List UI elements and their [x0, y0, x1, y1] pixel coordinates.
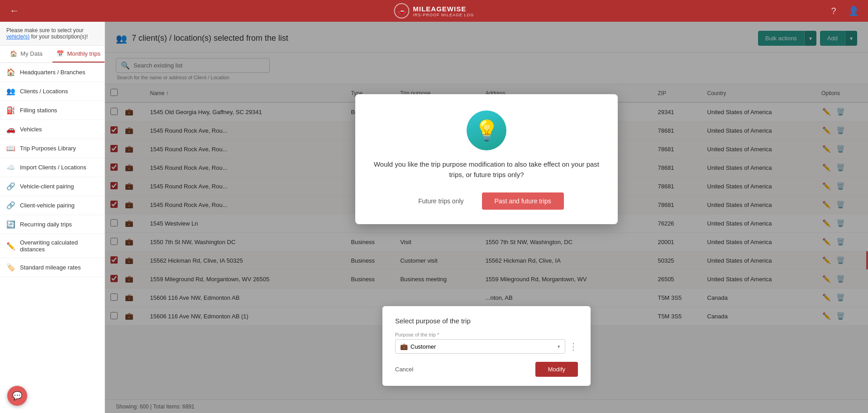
past-and-future-button[interactable]: Past and future trips: [482, 192, 564, 210]
tab-monthly-trips[interactable]: 📅 Monthly trips: [52, 46, 105, 62]
logo-icon: 🚗: [394, 3, 409, 19]
sidebar-item-clients[interactable]: 👥 Clients / Locations: [0, 82, 105, 101]
sidebar-item-headquarters[interactable]: 🏠 Headquarters / Branches: [0, 63, 105, 82]
sidebar-item-standard-mileage[interactable]: 🏷️ Standard mileage rates: [0, 258, 105, 277]
logo: 🚗 MILEAGEWISE IRS-PROOF MILEAGE LOG: [394, 3, 474, 19]
modal-purpose-title: Select purpose of the trip: [395, 317, 578, 325]
purpose-select-row: 💼 Customer ▾ ⋮: [395, 339, 578, 354]
car-icon: 🚗: [6, 125, 15, 134]
modal-confirm: Would you like the trip purpose modifica…: [355, 94, 618, 224]
modal-confirm-text: Would you like the trip purpose modifica…: [373, 159, 600, 180]
logo-text: MILEAGEWISE IRS-PROOF MILEAGE LOG: [413, 5, 474, 17]
back-button[interactable]: ←: [7, 4, 22, 18]
purpose-label: Purpose of the trip *: [395, 332, 578, 337]
fuel-icon: ⛽: [6, 106, 15, 115]
top-nav: ← 🚗 MILEAGEWISE IRS-PROOF MILEAGE LOG ? …: [0, 0, 868, 22]
sidebar-item-client-vehicle[interactable]: 🔗 Client-vehicle pairing: [0, 196, 105, 215]
sidebar-item-vehicle-client[interactable]: 🔗 Vehicle-client pairing: [0, 177, 105, 196]
modal-purpose-actions: Cancel Modify: [395, 362, 578, 377]
vehicle-link[interactable]: vehicle(s): [6, 34, 29, 40]
link2-icon: 🔗: [6, 201, 15, 210]
cancel-button[interactable]: Cancel: [395, 362, 413, 376]
chat-button[interactable]: 💬: [7, 386, 27, 406]
tab-my-data[interactable]: 🏠 My Data: [0, 46, 52, 62]
sidebar-tabs: 🏠 My Data 📅 Monthly trips: [0, 46, 105, 63]
sidebar-item-vehicles[interactable]: 🚗 Vehicles: [0, 120, 105, 139]
cloud-icon: ☁️: [6, 163, 15, 172]
recurring-icon: 🔄: [6, 220, 15, 229]
more-options-icon[interactable]: ⋮: [569, 341, 578, 352]
modal-confirm-actions: Future trips only Past and future trips: [373, 192, 600, 210]
modal-purpose: Select purpose of the trip Purpose of th…: [382, 306, 591, 386]
purpose-value: Customer: [410, 343, 558, 350]
sidebar-item-trip-purposes[interactable]: 📖 Trip Purposes Library: [0, 139, 105, 158]
link-icon: 🔗: [6, 182, 15, 191]
modify-button[interactable]: Modify: [535, 362, 578, 377]
clients-icon: 👥: [6, 87, 15, 96]
future-trips-only-button[interactable]: Future trips only: [409, 193, 472, 209]
briefcase-icon: 💼: [400, 343, 408, 350]
home-icon: 🏠: [6, 68, 15, 77]
chevron-down-icon: ▾: [558, 344, 560, 350]
home-icon: 🏠: [10, 50, 17, 57]
sidebar-notice: Please make sure to select your vehicle(…: [0, 22, 105, 46]
edit-icon: ✏️: [6, 242, 15, 250]
user-button[interactable]: 👤: [846, 4, 861, 18]
sidebar-item-overwriting[interactable]: ✏️ Overwriting calculated distances: [0, 234, 105, 258]
purpose-select[interactable]: 💼 Customer ▾: [395, 339, 565, 354]
sidebar-item-import[interactable]: ☁️ Import Clients / Locations: [0, 158, 105, 177]
main-panel: 👥 7 client(s) / location(s) selected fro…: [105, 22, 868, 413]
sidebar-menu: 🏠 Headquarters / Branches 👥 Clients / Lo…: [0, 63, 105, 413]
calendar-icon: 📅: [57, 50, 64, 57]
lightbulb-icon: [467, 110, 506, 150]
tag-icon: 🏷️: [6, 263, 15, 272]
overlay: Select purpose of the trip Purpose of th…: [105, 22, 868, 413]
sidebar-item-recurring[interactable]: 🔄 Recurring daily trips: [0, 215, 105, 234]
sidebar: Please make sure to select your vehicle(…: [0, 22, 105, 413]
help-button[interactable]: ?: [826, 4, 841, 18]
sidebar-item-filling[interactable]: ⛽ Filling stations: [0, 101, 105, 120]
book-icon: 📖: [6, 144, 15, 153]
